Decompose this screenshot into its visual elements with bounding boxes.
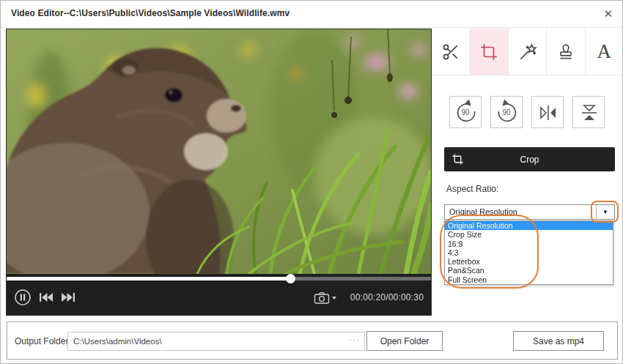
skip-back-icon[interactable]	[39, 292, 54, 302]
tab-effects[interactable]	[509, 29, 547, 75]
player-bar: 00:00:20/00:00:30	[7, 274, 431, 315]
scissors-icon	[441, 42, 460, 62]
seek-thumb[interactable]	[286, 274, 295, 283]
crop-icon	[479, 42, 498, 62]
seek-bar[interactable]	[7, 277, 431, 281]
crop-button[interactable]: Crop	[444, 147, 615, 171]
dropdown-arrow-button[interactable]: ▼	[596, 205, 614, 219]
option-original-resolution[interactable]: Original Resolution	[445, 221, 613, 230]
aspect-ratio-select[interactable]: Original Resolution ▼	[444, 204, 615, 220]
aspect-ratio-dropdown-list: Original Resolution Crop Size 16:9 4:3 L…	[444, 220, 613, 285]
video-frame-marmot-scene	[7, 29, 431, 274]
rotate-left-button[interactable]: 90	[449, 96, 482, 128]
flip-vertical-icon	[573, 97, 605, 129]
video-preview-area: 00:00:20/00:00:30	[6, 29, 432, 316]
aspect-ratio-label: Aspect Ratio:	[446, 184, 498, 194]
tab-crop[interactable]	[470, 29, 508, 75]
close-icon[interactable]: ✕	[603, 7, 613, 21]
aspect-ratio-value: Original Resolution	[449, 207, 517, 216]
video-editor-window: Video Editor--C:\Users\Public\Videos\Sam…	[0, 0, 623, 364]
snapshot-camera-icon[interactable]	[314, 291, 337, 304]
option-letterbox[interactable]: Letterbox	[445, 257, 613, 266]
tab-trim[interactable]	[432, 29, 470, 75]
magic-wand-icon	[518, 42, 537, 62]
progress-fill	[7, 277, 291, 281]
rotate-right-button[interactable]: 90	[490, 96, 523, 128]
text-icon: A	[597, 40, 612, 63]
flip-horizontal-button[interactable]	[531, 96, 564, 128]
browse-ellipsis-button[interactable]: ···	[349, 335, 360, 345]
option-crop-size[interactable]: Crop Size	[445, 230, 613, 239]
tab-watermark[interactable]	[547, 29, 585, 75]
tool-tabs: A	[432, 29, 623, 75]
tab-text[interactable]: A	[586, 29, 623, 75]
stamp-icon	[556, 42, 575, 62]
option-full-screen[interactable]: Full Screen	[445, 275, 613, 284]
transform-buttons-row: 90 90	[432, 96, 623, 130]
output-folder-label: Output Folder :	[15, 336, 73, 346]
title-bar: Video Editor--C:\Users\Public\Videos\Sam…	[1, 1, 622, 28]
skip-forward-icon[interactable]	[61, 292, 75, 302]
option-pan-scan[interactable]: Pan&Scan	[445, 266, 613, 275]
crop-button-label: Crop	[444, 147, 615, 171]
flip-vertical-button[interactable]	[572, 96, 605, 128]
output-footer: Output Folder : ··· Open Folder Save as …	[7, 322, 618, 360]
output-path-input[interactable]	[67, 332, 365, 351]
open-folder-button[interactable]: Open Folder	[366, 331, 443, 351]
flip-horizontal-icon	[532, 97, 564, 129]
window-title: Video Editor--C:\Users\Public\Videos\Sam…	[11, 8, 290, 18]
pause-button[interactable]	[14, 289, 32, 306]
edit-side-panel: A 90 90	[432, 29, 623, 316]
option-4-3[interactable]: 4:3	[445, 248, 613, 257]
save-as-mp4-button[interactable]: Save as mp4	[513, 331, 604, 351]
time-display: 00:00:20/00:00:30	[350, 292, 424, 302]
option-16-9[interactable]: 16:9	[445, 239, 613, 248]
